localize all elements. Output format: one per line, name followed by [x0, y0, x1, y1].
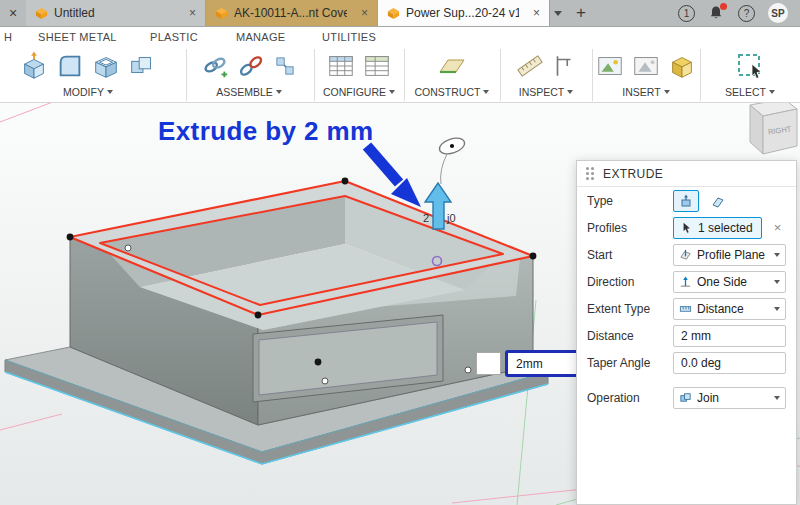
- profiles-row: Profiles 1 selected ×: [577, 214, 796, 241]
- operation-dropdown[interactable]: Join: [673, 387, 786, 409]
- distance-input[interactable]: 2 mm: [673, 325, 786, 347]
- start-dropdown[interactable]: Profile Plane: [673, 244, 786, 266]
- tab-close-icon[interactable]: ×: [353, 6, 368, 20]
- user-avatar[interactable]: SP: [768, 3, 788, 23]
- tab-label: Power Sup...20-24 v1*: [406, 6, 519, 20]
- extent-type-row: Extent Type Distance: [577, 295, 796, 322]
- tab-close-icon[interactable]: ×: [525, 6, 540, 20]
- toolbar-divider: [186, 49, 187, 101]
- ribbon-group-insert: INSERT: [596, 47, 696, 103]
- toolbar-divider: [404, 49, 405, 101]
- dialog-grip-icon[interactable]: [586, 167, 589, 170]
- window-close-icon[interactable]: ×: [0, 0, 26, 26]
- vertex-dot[interactable]: [530, 253, 537, 260]
- sketch-point[interactable]: [125, 245, 131, 251]
- combine-icon[interactable]: [127, 51, 157, 81]
- assemble-group-button[interactable]: ASSEMBLE: [216, 86, 282, 98]
- theme-table-icon[interactable]: [362, 51, 392, 81]
- ribbon-group-assemble: ASSEMBLE: [190, 47, 308, 103]
- modify-group-button[interactable]: MODIFY: [63, 86, 113, 98]
- distance-floating-input[interactable]: 2mm: [505, 350, 585, 377]
- row-label: Distance: [587, 329, 667, 343]
- rigid-group-icon[interactable]: [272, 53, 298, 79]
- inspect-group-button[interactable]: INSPECT: [519, 86, 574, 98]
- direction-dropdown[interactable]: One Side: [673, 271, 786, 293]
- doc-tab-ak10011[interactable]: AK-10011-A...nt Cover)* ×: [206, 0, 378, 26]
- shell-icon[interactable]: [91, 51, 121, 81]
- notifications-bell-icon[interactable]: [708, 5, 725, 22]
- vertex-dot[interactable]: [342, 178, 349, 185]
- rotate-handle[interactable]: [437, 135, 466, 184]
- select-group-button[interactable]: SELECT: [725, 86, 775, 98]
- start-row: Start Profile Plane: [577, 241, 796, 268]
- toolbar-divider: [592, 49, 593, 101]
- x-axis-line: [0, 100, 58, 122]
- insert-mesh-icon[interactable]: [667, 51, 697, 81]
- doc-tab-untitled[interactable]: Untitled ×: [26, 0, 206, 26]
- chevron-down-icon: [774, 253, 780, 257]
- canvas-icon[interactable]: [631, 51, 661, 81]
- group-label-text: SELECT: [725, 86, 766, 98]
- select-cursor-icon: [682, 222, 693, 233]
- help-icon[interactable]: ?: [738, 5, 755, 22]
- dropdown-value: Profile Plane: [697, 248, 769, 262]
- joint-icon[interactable]: [236, 51, 266, 81]
- notification-count-badge[interactable]: 1: [678, 5, 695, 22]
- doc-tab-power-supply[interactable]: Power Sup...20-24 v1* ×: [378, 0, 550, 26]
- ribbon-tab-utilities[interactable]: UTILITIES: [322, 31, 376, 43]
- dialog-title: EXTRUDE: [603, 167, 663, 181]
- measure-ruler-icon[interactable]: [515, 51, 545, 81]
- new-component-icon[interactable]: [200, 51, 230, 81]
- chevron-down-icon: [664, 90, 670, 94]
- extrude-type-thin-button[interactable]: [705, 190, 731, 212]
- construct-group-button[interactable]: CONSTRUCT: [415, 86, 490, 98]
- tabs-overflow-icon[interactable]: [550, 0, 566, 26]
- profiles-clear-button[interactable]: ×: [774, 220, 782, 235]
- ribbon-tab-sheet-metal[interactable]: SHEET METAL: [38, 31, 117, 43]
- chevron-down-icon: [276, 90, 282, 94]
- tab-close-icon[interactable]: ×: [181, 6, 196, 20]
- new-tab-button[interactable]: +: [566, 0, 596, 26]
- join-operation-icon: [679, 391, 692, 404]
- chevron-down-icon: [389, 90, 395, 94]
- sketch-point[interactable]: [322, 378, 328, 384]
- row-label: Type: [587, 194, 667, 208]
- row-label: Operation: [587, 391, 667, 405]
- distance-row: Distance 2 mm: [577, 322, 796, 349]
- ribbon-tab-manage[interactable]: MANAGE: [236, 31, 285, 43]
- taper-angle-input[interactable]: 0.0 deg: [673, 352, 786, 374]
- decal-icon[interactable]: [595, 51, 625, 81]
- manipulator-value-left: 2: [423, 212, 429, 224]
- tab-label: AK-10011-A...nt Cover)*: [234, 6, 347, 20]
- select-tool-icon[interactable]: [734, 50, 766, 82]
- angle-floating-input[interactable]: [476, 352, 501, 375]
- extent-type-dropdown[interactable]: Distance: [673, 298, 786, 320]
- chevron-down-icon: [774, 280, 780, 284]
- extrude-annotation-text: Extrude by 2 mm: [158, 116, 374, 147]
- construction-plane-icon[interactable]: [436, 50, 468, 82]
- vertex-dot[interactable]: [315, 359, 322, 366]
- row-label: Extent Type: [587, 302, 667, 316]
- ribbon-group-modify: MODIFY: [0, 47, 176, 103]
- configuration-table-icon[interactable]: [326, 51, 356, 81]
- press-pull-icon[interactable]: [19, 51, 49, 81]
- vertex-dot[interactable]: [67, 234, 74, 241]
- ribbon-tab-plastic[interactable]: PLASTIC: [150, 31, 198, 43]
- fillet-icon[interactable]: [55, 51, 85, 81]
- group-label-text: INSERT: [622, 86, 660, 98]
- ribbon-tab-partial[interactable]: H: [4, 31, 12, 43]
- section-analysis-icon[interactable]: [551, 53, 577, 79]
- group-label-text: ASSEMBLE: [216, 86, 273, 98]
- ribbon-group-construct: CONSTRUCT: [408, 47, 496, 103]
- vertex-dot[interactable]: [255, 312, 262, 319]
- operation-row: Operation Join: [577, 384, 796, 411]
- extrude-type-solid-button[interactable]: [673, 190, 699, 212]
- profiles-selection-chip[interactable]: 1 selected: [673, 217, 762, 239]
- view-cube[interactable]: RIGHT: [733, 95, 800, 170]
- sketch-point[interactable]: [465, 367, 471, 373]
- dropdown-value: One Side: [697, 275, 769, 289]
- configure-group-button[interactable]: CONFIGURE: [323, 86, 395, 98]
- profiles-count: 1 selected: [698, 221, 753, 235]
- insert-group-button[interactable]: INSERT: [622, 86, 669, 98]
- chevron-down-icon: [769, 90, 775, 94]
